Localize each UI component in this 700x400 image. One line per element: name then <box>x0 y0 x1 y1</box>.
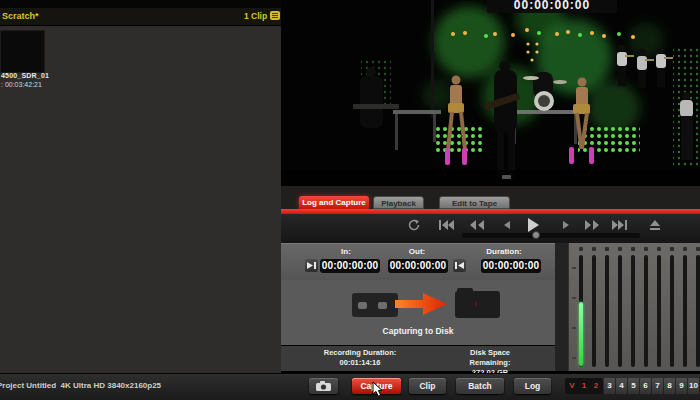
audio-meter-slot <box>696 255 700 367</box>
play-icon[interactable] <box>525 216 545 230</box>
channel-toggle-v[interactable]: V <box>566 378 578 394</box>
bottom-bar: Project Untitled 4K Ultra HD 3840x2160p2… <box>0 373 700 400</box>
audio-level-bar <box>579 302 583 366</box>
audio-meter-slot <box>592 255 596 367</box>
tape-icon <box>352 293 398 317</box>
grab-frame-button[interactable] <box>309 378 338 394</box>
channel-toggle-6[interactable]: 6 <box>640 378 651 394</box>
channel-toggle-1[interactable]: 1 <box>578 378 590 394</box>
panel-gap <box>555 243 568 371</box>
scrubber-handle[interactable] <box>532 231 540 239</box>
go-to-out-button[interactable] <box>453 259 466 272</box>
channel-toggle-7[interactable]: 7 <box>652 378 663 394</box>
tab-log-and-capture[interactable]: Log and Capture <box>299 196 369 209</box>
audio-meter-slot <box>644 255 648 367</box>
fast-forward-icon[interactable] <box>583 218 603 232</box>
loop-icon[interactable] <box>406 218 426 232</box>
batch-button[interactable]: Batch <box>456 378 504 394</box>
rewind-icon[interactable] <box>468 218 488 232</box>
clip-thumbnail[interactable] <box>0 30 45 73</box>
out-timecode-field[interactable]: 00:00:00:00 <box>388 259 448 273</box>
disk-space-label: Disk Space Remaining: <box>458 348 523 368</box>
channel-toggle-9[interactable]: 9 <box>676 378 687 394</box>
go-to-start-icon[interactable] <box>437 218 457 232</box>
channel-toggle-4[interactable]: 4 <box>616 378 627 394</box>
eject-icon[interactable] <box>648 218 668 232</box>
in-label: In: <box>341 247 351 256</box>
clip-duration: : 00:03:42:21 <box>1 81 42 88</box>
logging-panel: In: Out: Duration: 00:00:00:00 00:00:00:… <box>281 243 555 280</box>
go-to-end-icon[interactable] <box>611 218 631 232</box>
list-view-icon[interactable] <box>270 11 280 20</box>
recording-duration-label: Recording Duration: <box>324 348 397 358</box>
media-express-window: Scratch* 1 Clip 4500_SDR_01 : 00:03:42:2… <box>0 0 700 400</box>
audio-meter-slot <box>670 255 674 367</box>
duration-label: Duration: <box>486 247 522 256</box>
channel-group-active: V 1 2 <box>565 378 603 394</box>
audio-meter-slot <box>683 255 687 367</box>
audio-meter-slot <box>579 255 583 367</box>
audio-meter-panel <box>568 243 700 371</box>
top-edge <box>0 0 281 8</box>
channel-toggle-8[interactable]: 8 <box>664 378 675 394</box>
mode-tabs: Log and Capture Playback Edit to Tape <box>281 186 700 209</box>
shuttle-scrubber[interactable] <box>462 233 640 238</box>
capture-status-message: Capturing to Disk <box>281 326 555 336</box>
channel-toggle-2[interactable]: 2 <box>590 378 602 394</box>
tab-playback[interactable]: Playback <box>373 196 424 209</box>
go-to-in-button[interactable] <box>305 259 318 272</box>
in-timecode-field[interactable]: 00:00:00:00 <box>320 259 380 273</box>
clip-button[interactable]: Clip <box>409 378 446 394</box>
camera-icon <box>316 381 331 391</box>
bin-name: Scratch* <box>2 11 39 21</box>
duration-timecode-field[interactable]: 00:00:00:00 <box>481 259 541 273</box>
video-timecode-overlay: 00:00:00:00 <box>487 0 617 13</box>
mouse-cursor <box>372 381 385 398</box>
step-forward-icon[interactable] <box>560 218 580 232</box>
capture-info-band: Recording Duration: 00:01:14:16 Disk Spa… <box>281 346 555 371</box>
channel-toggle-10[interactable]: 10 <box>688 378 699 394</box>
audio-meter-slot <box>631 255 635 367</box>
channel-toggle-3[interactable]: 3 <box>604 378 615 394</box>
audio-meter-slot <box>605 255 609 367</box>
audio-meter-slot <box>618 255 622 367</box>
stage-scene <box>281 0 700 186</box>
bin-header-bar: Scratch* 1 Clip <box>0 8 281 26</box>
clip-name[interactable]: 4500_SDR_01 <box>1 72 49 79</box>
tab-edit-to-tape[interactable]: Edit to Tape <box>439 196 510 209</box>
step-back-icon[interactable] <box>501 218 521 232</box>
recording-duration-value: 00:01:14:16 <box>324 358 397 367</box>
video-preview: 00:00:00:00 <box>281 0 700 186</box>
out-label: Out: <box>409 247 425 256</box>
project-info: Project Untitled 4K Ultra HD 3840x2160p2… <box>0 381 161 390</box>
clip-count-label: 1 Clip <box>244 11 267 21</box>
media-list-panel: Scratch* 1 Clip 4500_SDR_01 : 00:03:42:2… <box>0 0 281 373</box>
log-button[interactable]: Log <box>514 378 551 394</box>
recording-duration-group: Recording Duration: 00:01:14:16 <box>324 348 397 367</box>
audio-meter-slot <box>657 255 661 367</box>
capture-arrow-icon <box>393 291 449 317</box>
capture-status-panel: Capturing to Disk <box>281 280 555 345</box>
transport-bar <box>281 214 700 243</box>
channel-toggle-5[interactable]: 5 <box>628 378 639 394</box>
disk-icon <box>455 291 500 318</box>
